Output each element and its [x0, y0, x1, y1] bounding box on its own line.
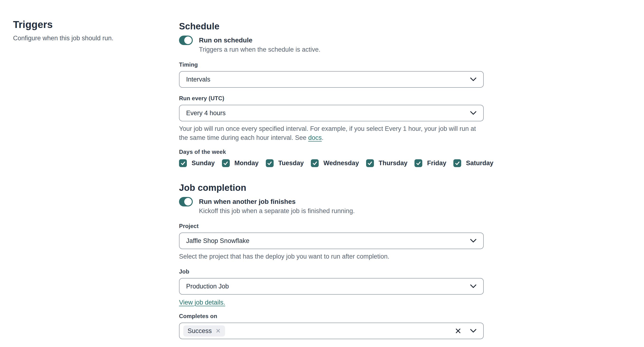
chevron-down-icon[interactable]: [470, 329, 476, 333]
project-select[interactable]: Jaffle Shop Snowflake: [179, 233, 484, 249]
timing-label: Timing: [179, 61, 484, 68]
day-checkbox-tuesday[interactable]: Tuesday: [266, 159, 304, 167]
view-job-details-link[interactable]: View job details.: [179, 298, 225, 307]
chevron-down-icon: [470, 284, 476, 289]
run-when-finishes-toggle[interactable]: [179, 197, 193, 206]
completes-on-multiselect[interactable]: Success ✕: [179, 323, 484, 339]
project-selected-value: Jaffle Shop Snowflake: [186, 237, 250, 245]
project-help-text: Select the project that has the deploy j…: [179, 252, 484, 261]
day-checkbox-wednesday[interactable]: Wednesday: [311, 159, 359, 167]
day-checkbox-friday[interactable]: Friday: [414, 159, 446, 167]
run-when-finishes-label: Run when another job finishes: [199, 197, 355, 206]
run-when-finishes-description: Kickoff this job when a separate job is …: [199, 206, 355, 215]
timing-select[interactable]: Intervals: [179, 71, 484, 88]
days-of-week-field: Days of the week Sunday Monday Tuesday W…: [179, 148, 484, 167]
tag-label: Success: [188, 327, 212, 335]
days-of-week-row: Sunday Monday Tuesday Wednesday Thursday…: [179, 159, 484, 167]
run-on-schedule-label: Run on schedule: [199, 35, 320, 45]
day-label: Saturday: [466, 160, 494, 167]
run-every-field: Run every (UTC) Every 4 hours Your job w…: [179, 95, 484, 142]
run-when-finishes-text: Run when another job finishes Kickoff th…: [199, 197, 355, 215]
checkbox-checked-icon: [311, 159, 319, 167]
interval-help-text: Your job will run once every specified i…: [179, 124, 484, 142]
day-label: Tuesday: [278, 160, 304, 167]
day-checkbox-sunday[interactable]: Sunday: [179, 159, 215, 167]
checkbox-checked-icon: [222, 159, 230, 167]
project-field: Project Jaffle Shop Snowflake Select the…: [179, 223, 484, 261]
page-title: Triggers: [13, 18, 162, 31]
multiselect-controls: [455, 328, 476, 334]
checkbox-checked-icon: [179, 159, 187, 167]
interval-help-after: .: [322, 134, 324, 141]
job-field: Job Production Job View job details.: [179, 268, 484, 307]
run-on-schedule-toggle[interactable]: [179, 35, 193, 45]
run-on-schedule-description: Triggers a run when the schedule is acti…: [199, 45, 320, 54]
selected-tag-success: Success ✕: [183, 326, 225, 337]
page-subtitle: Configure when this job should run.: [13, 34, 162, 43]
chevron-down-icon: [470, 77, 476, 81]
run-every-select[interactable]: Every 4 hours: [179, 105, 484, 121]
run-every-selected-value: Every 4 hours: [186, 109, 226, 117]
day-checkbox-saturday[interactable]: Saturday: [453, 159, 494, 167]
day-label: Sunday: [192, 160, 215, 167]
day-label: Thursday: [379, 160, 408, 167]
checkbox-checked-icon: [366, 159, 374, 167]
chevron-down-icon: [470, 111, 476, 115]
completes-on-label: Completes on: [179, 313, 484, 320]
checkbox-checked-icon: [453, 159, 461, 167]
job-label: Job: [179, 268, 484, 275]
docs-link[interactable]: docs: [308, 134, 322, 141]
run-when-finishes-row: Run when another job finishes Kickoff th…: [179, 197, 484, 215]
day-label: Friday: [427, 160, 446, 167]
clear-selection-icon[interactable]: [455, 328, 461, 334]
completes-on-field: Completes on Success ✕: [179, 313, 484, 339]
triggers-panel-header: Triggers Configure when this job should …: [13, 18, 162, 43]
run-on-schedule-text: Run on schedule Triggers a run when the …: [199, 35, 320, 54]
chevron-down-icon: [470, 239, 476, 243]
timing-selected-value: Intervals: [186, 76, 210, 83]
schedule-section-heading: Schedule: [179, 21, 484, 32]
day-label: Wednesday: [324, 160, 359, 167]
checkbox-checked-icon: [414, 159, 422, 167]
remove-tag-icon[interactable]: ✕: [216, 328, 221, 334]
day-checkbox-thursday[interactable]: Thursday: [366, 159, 408, 167]
checkbox-checked-icon: [266, 159, 274, 167]
toggle-knob: [184, 36, 192, 44]
day-label: Monday: [234, 160, 259, 167]
toggle-knob: [184, 198, 192, 206]
job-completion-section-heading: Job completion: [179, 182, 484, 193]
days-of-week-label: Days of the week: [179, 148, 484, 155]
timing-field: Timing Intervals: [179, 61, 484, 88]
job-select[interactable]: Production Job: [179, 278, 484, 295]
run-every-label: Run every (UTC): [179, 95, 484, 102]
interval-help-before: Your job will run once every specified i…: [179, 125, 476, 141]
job-selected-value: Production Job: [186, 283, 229, 290]
project-label: Project: [179, 223, 484, 230]
day-checkbox-monday[interactable]: Monday: [222, 159, 259, 167]
run-on-schedule-row: Run on schedule Triggers a run when the …: [179, 35, 484, 54]
triggers-form: Schedule Run on schedule Triggers a run …: [179, 19, 484, 339]
